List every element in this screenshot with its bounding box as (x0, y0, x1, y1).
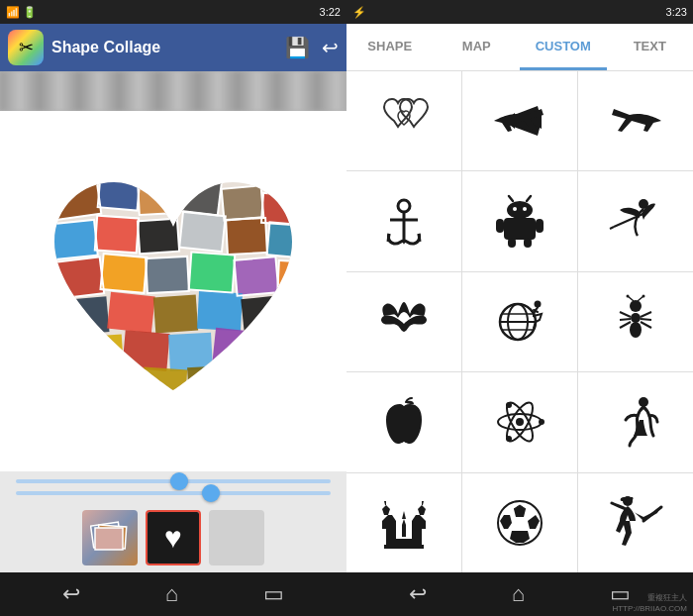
recents-icon[interactable]: ▭ (263, 581, 284, 607)
svg-line-71 (610, 227, 614, 229)
shape-hearts[interactable] (346, 71, 461, 170)
svg-point-91 (516, 418, 524, 426)
left-panel: 📶 🔋 3:22 ✂ Shape Collage 💾 ↩ (0, 0, 346, 616)
usb-icon: ⚡ (352, 6, 366, 19)
slider-track-1[interactable] (16, 479, 331, 483)
apple-icon (374, 392, 434, 452)
soccer-ball-icon (490, 493, 549, 553)
shape-anchor[interactable] (346, 171, 461, 270)
svg-rect-19 (107, 292, 155, 334)
person-silhouette-icon (606, 392, 665, 452)
svg-rect-102 (396, 539, 412, 545)
svg-point-95 (539, 419, 544, 425)
slider-thumb-1[interactable] (170, 472, 188, 490)
svg-rect-12 (54, 257, 104, 298)
nav-bar-right: ↩ ⌂ ▭ 重複狂主人 HTTP://BRIIAO.COM (346, 572, 693, 616)
svg-rect-11 (267, 222, 308, 257)
svg-rect-31 (233, 368, 278, 405)
svg-rect-24 (122, 330, 169, 371)
svg-rect-30 (187, 365, 234, 404)
temple-icon (374, 493, 434, 553)
svg-line-62 (509, 196, 513, 201)
shape-ant[interactable] (578, 272, 693, 371)
svg-rect-26 (212, 328, 259, 369)
svg-point-77 (535, 300, 542, 307)
hearts-icon (374, 91, 434, 151)
svg-rect-17 (277, 260, 312, 297)
header-actions: 💾 ↩ (285, 36, 339, 59)
svg-line-90 (641, 322, 651, 328)
banner-area (0, 71, 346, 111)
airplane-right-icon (490, 91, 549, 151)
svg-point-53 (398, 200, 410, 212)
svg-point-61 (523, 207, 527, 211)
svg-point-60 (513, 207, 517, 211)
svg-line-63 (527, 196, 531, 201)
svg-line-57 (419, 234, 420, 242)
app-header: ✂ Shape Collage 💾 ↩ (0, 24, 346, 71)
home-icon[interactable]: ⌂ (165, 581, 178, 607)
svg-point-59 (507, 201, 533, 219)
shape-soccer-ball[interactable] (462, 473, 577, 572)
svg-rect-101 (412, 529, 422, 545)
thumbnail-heart[interactable]: ♥ (146, 510, 201, 565)
svg-marker-108 (422, 501, 424, 505)
svg-rect-1 (98, 175, 141, 210)
cupid-icon (606, 192, 665, 252)
svg-line-89 (641, 319, 651, 320)
svg-line-86 (620, 319, 631, 320)
status-bar-right: ⚡ 3:23 (346, 0, 693, 24)
shape-baseball-batter[interactable] (578, 473, 693, 572)
svg-rect-4 (222, 185, 264, 220)
svg-rect-52 (95, 528, 123, 550)
svg-rect-21 (197, 291, 243, 331)
tab-shape[interactable]: SHAPE (346, 24, 434, 70)
slider-row-2 (16, 491, 331, 495)
save-icon[interactable]: 💾 (285, 36, 310, 59)
home-icon-right[interactable]: ⌂ (512, 581, 525, 607)
svg-rect-65 (536, 219, 544, 233)
shape-android[interactable] (462, 171, 577, 270)
back-icon-right[interactable]: ↩ (409, 581, 427, 607)
airplane-left-icon (606, 91, 665, 151)
thumbnail-blank[interactable] (209, 510, 264, 565)
signal-icon: 📶 (6, 6, 20, 19)
baseball-batter-icon (606, 493, 665, 553)
back-icon[interactable]: ↩ (62, 581, 80, 607)
app-logo: ✂ (8, 30, 44, 65)
slider-track-2[interactable] (16, 491, 331, 495)
slider-thumb-2[interactable] (202, 484, 220, 502)
battery-icon: 🔋 (23, 6, 37, 19)
tabs-row: SHAPE MAP CUSTOM TEXT (346, 24, 693, 71)
tab-map[interactable]: MAP (434, 24, 521, 70)
svg-marker-107 (418, 505, 426, 515)
svg-line-85 (620, 312, 631, 317)
svg-rect-99 (384, 545, 424, 549)
shape-wings[interactable] (346, 272, 461, 371)
shape-person-silhouette[interactable] (578, 372, 693, 471)
shape-temple[interactable] (346, 473, 461, 572)
tab-text[interactable]: TEXT (607, 24, 694, 70)
shape-airplane-left[interactable] (578, 71, 693, 170)
svg-rect-8 (138, 219, 179, 255)
shapes-grid (346, 71, 693, 572)
status-icons-left: 📶 🔋 (6, 6, 37, 19)
shape-airplane-right[interactable] (462, 71, 577, 170)
thumb-heart-content: ♥ (148, 512, 199, 564)
shape-atom[interactable] (462, 372, 577, 471)
svg-rect-5 (261, 193, 298, 225)
svg-marker-109 (402, 519, 406, 537)
shape-globe-dancer[interactable] (462, 272, 577, 371)
share-icon[interactable]: ↩ (322, 36, 339, 59)
shape-cupid[interactable] (578, 171, 693, 270)
svg-marker-110 (402, 511, 406, 519)
svg-rect-3 (176, 178, 222, 216)
svg-rect-66 (508, 238, 516, 248)
thumb-blank-content (209, 510, 264, 565)
svg-rect-16 (235, 257, 279, 296)
thumbnail-photos[interactable] (82, 510, 138, 565)
svg-marker-106 (412, 515, 426, 529)
shape-apple[interactable] (346, 372, 461, 471)
tab-custom[interactable]: CUSTOM (520, 24, 607, 70)
svg-rect-2 (138, 183, 177, 215)
